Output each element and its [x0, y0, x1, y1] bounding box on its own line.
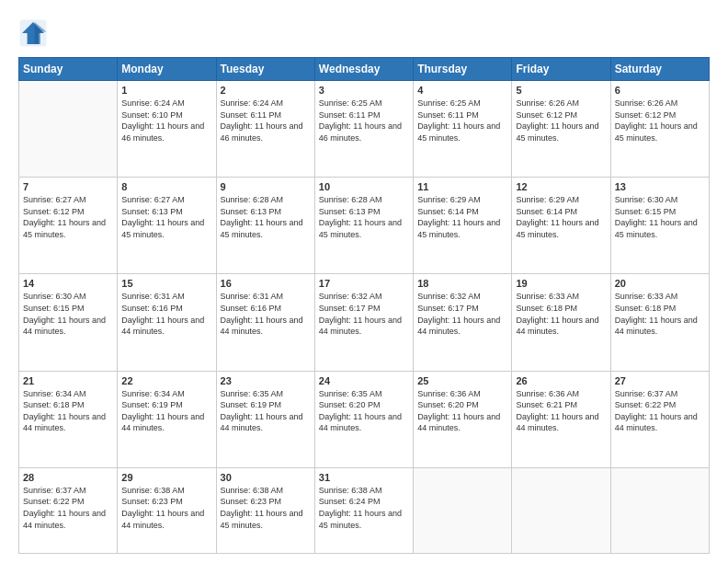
calendar-cell: 3 Sunrise: 6:25 AMSunset: 6:11 PMDayligh…: [314, 81, 413, 178]
page: SundayMondayTuesdayWednesdayThursdayFrid…: [0, 0, 728, 563]
calendar-cell: 19 Sunrise: 6:33 AMSunset: 6:18 PMDaylig…: [512, 274, 610, 371]
cell-info: Sunrise: 6:24 AMSunset: 6:10 PMDaylight:…: [121, 98, 204, 143]
calendar-cell: [414, 467, 512, 553]
day-number: 24: [319, 375, 409, 386]
day-number: 25: [417, 375, 507, 386]
day-number: 7: [23, 181, 113, 192]
day-number: 1: [121, 85, 211, 96]
day-number: 23: [221, 375, 311, 386]
calendar-cell: 8 Sunrise: 6:27 AMSunset: 6:13 PMDayligh…: [118, 178, 216, 274]
calendar-cell: 31 Sunrise: 6:38 AMSunset: 6:24 PMDaylig…: [314, 467, 413, 553]
logo: [18, 18, 51, 48]
day-number: 5: [516, 85, 606, 96]
calendar-cell: 7 Sunrise: 6:27 AMSunset: 6:12 PMDayligh…: [19, 178, 118, 274]
cell-info: Sunrise: 6:31 AMSunset: 6:16 PMDaylight:…: [121, 292, 204, 336]
calendar-cell: [512, 467, 610, 553]
cell-info: Sunrise: 6:27 AMSunset: 6:13 PMDaylight:…: [121, 195, 204, 239]
day-number: 18: [417, 278, 507, 289]
calendar-table: SundayMondayTuesdayWednesdayThursdayFrid…: [18, 57, 710, 554]
day-number: 9: [221, 181, 311, 192]
cell-info: Sunrise: 6:36 AMSunset: 6:20 PMDaylight:…: [417, 389, 500, 433]
calendar-cell: 16 Sunrise: 6:31 AMSunset: 6:16 PMDaylig…: [216, 274, 314, 371]
cell-info: Sunrise: 6:32 AMSunset: 6:17 PMDaylight:…: [319, 292, 402, 336]
calendar-cell: 17 Sunrise: 6:32 AMSunset: 6:17 PMDaylig…: [314, 274, 413, 371]
day-number: 4: [417, 85, 507, 96]
day-number: 14: [23, 278, 113, 289]
day-number: 20: [615, 278, 705, 289]
calendar-cell: 22 Sunrise: 6:34 AMSunset: 6:19 PMDaylig…: [118, 371, 216, 467]
calendar-cell: 24 Sunrise: 6:35 AMSunset: 6:20 PMDaylig…: [314, 371, 413, 467]
cell-info: Sunrise: 6:29 AMSunset: 6:14 PMDaylight:…: [417, 195, 500, 239]
week-row-2: 7 Sunrise: 6:27 AMSunset: 6:12 PMDayligh…: [19, 178, 710, 274]
calendar-cell: 9 Sunrise: 6:28 AMSunset: 6:13 PMDayligh…: [216, 178, 314, 274]
weekday-wednesday: Wednesday: [314, 58, 413, 81]
cell-info: Sunrise: 6:33 AMSunset: 6:18 PMDaylight:…: [615, 292, 698, 336]
cell-info: Sunrise: 6:26 AMSunset: 6:12 PMDaylight:…: [615, 98, 698, 143]
calendar-cell: [19, 81, 118, 178]
cell-info: Sunrise: 6:38 AMSunset: 6:23 PMDaylight:…: [121, 486, 204, 530]
cell-info: Sunrise: 6:38 AMSunset: 6:23 PMDaylight:…: [221, 486, 303, 530]
day-number: 13: [615, 181, 705, 192]
day-number: 12: [516, 181, 606, 192]
cell-info: Sunrise: 6:25 AMSunset: 6:11 PMDaylight:…: [417, 98, 500, 143]
week-row-1: 1 Sunrise: 6:24 AMSunset: 6:10 PMDayligh…: [19, 81, 710, 178]
cell-info: Sunrise: 6:34 AMSunset: 6:18 PMDaylight:…: [23, 389, 106, 433]
day-number: 8: [121, 181, 211, 192]
cell-info: Sunrise: 6:29 AMSunset: 6:14 PMDaylight:…: [516, 195, 598, 239]
calendar-cell: 10 Sunrise: 6:28 AMSunset: 6:13 PMDaylig…: [314, 178, 413, 274]
week-row-5: 28 Sunrise: 6:37 AMSunset: 6:22 PMDaylig…: [19, 467, 710, 553]
day-number: 28: [23, 472, 113, 483]
calendar-cell: 25 Sunrise: 6:36 AMSunset: 6:20 PMDaylig…: [414, 371, 512, 467]
calendar-cell: 28 Sunrise: 6:37 AMSunset: 6:22 PMDaylig…: [19, 467, 118, 553]
cell-info: Sunrise: 6:38 AMSunset: 6:24 PMDaylight:…: [319, 486, 402, 530]
cell-info: Sunrise: 6:32 AMSunset: 6:17 PMDaylight:…: [417, 292, 500, 336]
calendar-cell: 6 Sunrise: 6:26 AMSunset: 6:12 PMDayligh…: [610, 81, 709, 178]
calendar-cell: 11 Sunrise: 6:29 AMSunset: 6:14 PMDaylig…: [414, 178, 512, 274]
day-number: 11: [417, 181, 507, 192]
day-number: 30: [221, 472, 311, 483]
day-number: 21: [23, 375, 113, 386]
calendar-cell: 4 Sunrise: 6:25 AMSunset: 6:11 PMDayligh…: [414, 81, 512, 178]
day-number: 6: [615, 85, 705, 96]
weekday-thursday: Thursday: [414, 58, 512, 81]
weekday-sunday: Sunday: [19, 58, 118, 81]
day-number: 29: [121, 472, 211, 483]
day-number: 3: [319, 85, 409, 96]
calendar-cell: 12 Sunrise: 6:29 AMSunset: 6:14 PMDaylig…: [512, 178, 610, 274]
week-row-3: 14 Sunrise: 6:30 AMSunset: 6:15 PMDaylig…: [19, 274, 710, 371]
cell-info: Sunrise: 6:28 AMSunset: 6:13 PMDaylight:…: [221, 195, 303, 239]
weekday-saturday: Saturday: [610, 58, 709, 81]
calendar-cell: 30 Sunrise: 6:38 AMSunset: 6:23 PMDaylig…: [216, 467, 314, 553]
calendar-cell: 26 Sunrise: 6:36 AMSunset: 6:21 PMDaylig…: [512, 371, 610, 467]
day-number: 22: [121, 375, 211, 386]
calendar-cell: 5 Sunrise: 6:26 AMSunset: 6:12 PMDayligh…: [512, 81, 610, 178]
cell-info: Sunrise: 6:30 AMSunset: 6:15 PMDaylight:…: [23, 292, 106, 336]
cell-info: Sunrise: 6:24 AMSunset: 6:11 PMDaylight:…: [221, 98, 303, 143]
cell-info: Sunrise: 6:37 AMSunset: 6:22 PMDaylight:…: [23, 486, 106, 530]
day-number: 10: [319, 181, 409, 192]
day-number: 15: [121, 278, 211, 289]
day-number: 27: [615, 375, 705, 386]
weekday-header-row: SundayMondayTuesdayWednesdayThursdayFrid…: [19, 58, 710, 81]
day-number: 2: [221, 85, 311, 96]
calendar-cell: 2 Sunrise: 6:24 AMSunset: 6:11 PMDayligh…: [216, 81, 314, 178]
cell-info: Sunrise: 6:30 AMSunset: 6:15 PMDaylight:…: [615, 195, 698, 239]
day-number: 31: [319, 472, 409, 483]
weekday-friday: Friday: [512, 58, 610, 81]
calendar-cell: [610, 467, 709, 553]
calendar-cell: 23 Sunrise: 6:35 AMSunset: 6:19 PMDaylig…: [216, 371, 314, 467]
cell-info: Sunrise: 6:27 AMSunset: 6:12 PMDaylight:…: [23, 195, 106, 239]
cell-info: Sunrise: 6:25 AMSunset: 6:11 PMDaylight:…: [319, 98, 402, 143]
cell-info: Sunrise: 6:26 AMSunset: 6:12 PMDaylight:…: [516, 98, 598, 143]
cell-info: Sunrise: 6:35 AMSunset: 6:20 PMDaylight:…: [319, 389, 402, 433]
cell-info: Sunrise: 6:36 AMSunset: 6:21 PMDaylight:…: [516, 389, 598, 433]
calendar-cell: 27 Sunrise: 6:37 AMSunset: 6:22 PMDaylig…: [610, 371, 709, 467]
calendar-cell: 15 Sunrise: 6:31 AMSunset: 6:16 PMDaylig…: [118, 274, 216, 371]
week-row-4: 21 Sunrise: 6:34 AMSunset: 6:18 PMDaylig…: [19, 371, 710, 467]
day-number: 26: [516, 375, 606, 386]
logo-icon: [18, 18, 48, 48]
calendar-cell: 18 Sunrise: 6:32 AMSunset: 6:17 PMDaylig…: [414, 274, 512, 371]
calendar-cell: 14 Sunrise: 6:30 AMSunset: 6:15 PMDaylig…: [19, 274, 118, 371]
calendar-cell: 20 Sunrise: 6:33 AMSunset: 6:18 PMDaylig…: [610, 274, 709, 371]
header: [18, 14, 710, 48]
